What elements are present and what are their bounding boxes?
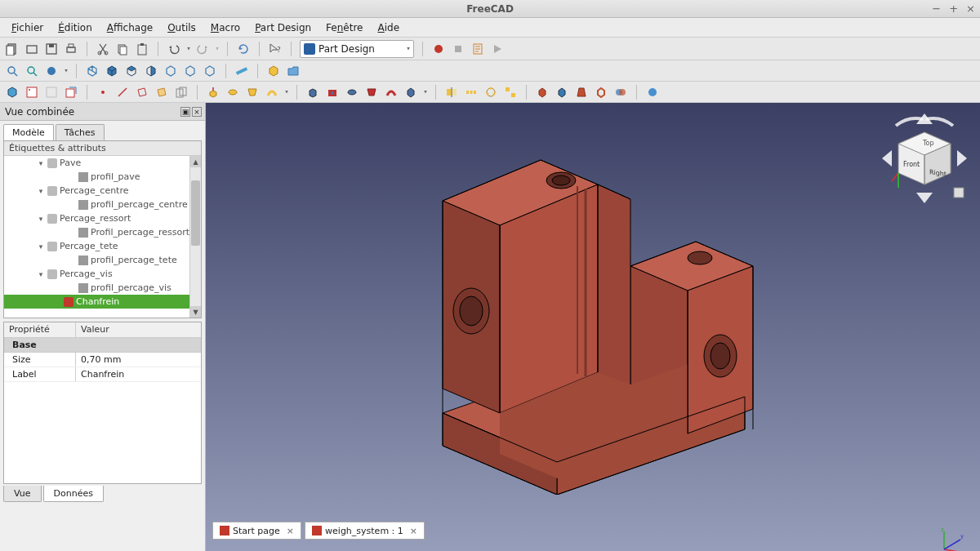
tree-item[interactable]: ▾Percage_centre bbox=[4, 184, 201, 198]
detach-panel-icon[interactable]: ▣ bbox=[180, 107, 190, 117]
tree-item[interactable]: profil_percage_vis bbox=[4, 281, 201, 295]
datum-line-icon[interactable] bbox=[115, 85, 130, 100]
linear-pattern-icon[interactable] bbox=[464, 85, 479, 100]
menu-help[interactable]: Aide bbox=[372, 20, 407, 35]
close-panel-icon[interactable]: × bbox=[192, 107, 202, 117]
mirror-icon[interactable] bbox=[444, 85, 459, 100]
pocket-icon[interactable] bbox=[305, 85, 320, 100]
dropdown-icon[interactable] bbox=[187, 47, 190, 51]
sub-prim-icon[interactable] bbox=[403, 85, 418, 100]
doctab-weigh-system[interactable]: weigh_system : 1 × bbox=[305, 522, 425, 540]
loft-icon[interactable] bbox=[245, 85, 260, 100]
sub-loft-icon[interactable] bbox=[364, 85, 379, 100]
nav-cube[interactable]: Top Front Right bbox=[875, 109, 973, 207]
minimize-button[interactable]: − bbox=[932, 2, 941, 15]
datum-plane-icon[interactable] bbox=[135, 85, 149, 100]
fit-selection-icon[interactable] bbox=[24, 64, 39, 78]
chamfer-icon[interactable] bbox=[555, 85, 569, 100]
iso-view-icon[interactable] bbox=[85, 64, 100, 78]
menu-macro[interactable]: Macro bbox=[204, 20, 247, 35]
stop-macro-icon[interactable] bbox=[451, 42, 466, 56]
macros-icon[interactable] bbox=[470, 42, 485, 56]
menu-window[interactable]: Fenêtre bbox=[319, 20, 369, 35]
fit-all-icon[interactable] bbox=[5, 64, 20, 78]
boolean-icon[interactable] bbox=[613, 85, 628, 100]
menu-edit[interactable]: Édition bbox=[51, 20, 99, 35]
part-icon[interactable] bbox=[266, 64, 281, 78]
top-view-icon[interactable] bbox=[124, 64, 139, 78]
prop-value[interactable]: Chanfrein bbox=[76, 367, 129, 381]
rear-view-icon[interactable] bbox=[163, 64, 178, 78]
open-icon[interactable] bbox=[24, 42, 39, 56]
shape-binder-icon[interactable] bbox=[154, 85, 169, 100]
front-view-icon[interactable] bbox=[105, 64, 119, 78]
clone-icon[interactable] bbox=[174, 85, 189, 100]
doctab-startpage[interactable]: Start page × bbox=[212, 522, 301, 540]
new-doc-icon[interactable] bbox=[5, 42, 20, 56]
body-icon[interactable] bbox=[5, 85, 20, 100]
right-view-icon[interactable] bbox=[144, 64, 158, 78]
copy-icon[interactable] bbox=[115, 42, 130, 56]
workbench-select[interactable]: Part Design bbox=[300, 40, 414, 58]
maximize-button[interactable]: + bbox=[949, 2, 958, 15]
prop-value[interactable]: 0,70 mm bbox=[76, 353, 126, 367]
property-row[interactable]: LabelChanfrein bbox=[4, 367, 201, 382]
polar-pattern-icon[interactable] bbox=[483, 85, 498, 100]
map-sketch-icon[interactable] bbox=[64, 85, 78, 100]
fillet-icon[interactable] bbox=[535, 85, 550, 100]
pipe-icon[interactable] bbox=[265, 85, 279, 100]
datum-point-icon[interactable] bbox=[96, 85, 110, 100]
whatsthis-icon[interactable]: ? bbox=[268, 42, 283, 56]
menu-file[interactable]: Fichier bbox=[5, 20, 50, 35]
close-tab-icon[interactable]: × bbox=[287, 526, 294, 536]
new-sketch-icon[interactable] bbox=[24, 85, 39, 100]
tab-tasks[interactable]: Tâches bbox=[56, 124, 105, 140]
thickness-icon[interactable] bbox=[594, 85, 608, 100]
refresh-icon[interactable] bbox=[236, 42, 251, 56]
tree-item[interactable]: profil_pave bbox=[4, 170, 201, 184]
revolution-icon[interactable] bbox=[225, 85, 240, 100]
edit-sketch-icon[interactable] bbox=[44, 85, 59, 100]
migrate-icon[interactable] bbox=[645, 85, 660, 100]
tab-data[interactable]: Données bbox=[43, 486, 104, 502]
undo-icon[interactable] bbox=[167, 42, 181, 56]
group-icon[interactable] bbox=[286, 64, 301, 78]
left-view-icon[interactable] bbox=[203, 64, 217, 78]
close-tab-icon[interactable]: × bbox=[410, 526, 417, 536]
tree-item[interactable]: Chanfrein bbox=[4, 295, 201, 309]
print-icon[interactable] bbox=[64, 42, 78, 56]
cut-icon[interactable] bbox=[96, 42, 110, 56]
tree-item[interactable]: Profil_percage_ressort bbox=[4, 225, 201, 239]
close-button[interactable]: × bbox=[966, 2, 975, 15]
tree-item[interactable]: ▾Percage_vis bbox=[4, 267, 201, 281]
draft-icon[interactable] bbox=[574, 85, 589, 100]
hole-icon[interactable] bbox=[325, 85, 340, 100]
tab-model[interactable]: Modèle bbox=[3, 124, 54, 140]
tab-view[interactable]: Vue bbox=[3, 486, 42, 502]
tree-item[interactable]: ▾Percage_ressort bbox=[4, 211, 201, 225]
bottom-view-icon[interactable] bbox=[183, 64, 198, 78]
run-macro-icon[interactable] bbox=[490, 42, 505, 56]
multi-transform-icon[interactable] bbox=[503, 85, 518, 100]
tree-scrollbar[interactable]: ▲ ▼ bbox=[189, 156, 201, 318]
sub-pipe-icon[interactable] bbox=[384, 85, 399, 100]
dropdown-icon[interactable] bbox=[424, 91, 427, 94]
tree-item[interactable]: profil_percage_centre bbox=[4, 198, 201, 211]
redo-icon[interactable] bbox=[195, 42, 210, 56]
dropdown-icon[interactable] bbox=[285, 91, 288, 94]
draw-style-icon[interactable] bbox=[44, 64, 59, 78]
menu-partdesign[interactable]: Part Design bbox=[248, 20, 318, 35]
groove-icon[interactable] bbox=[345, 85, 359, 100]
tree-item[interactable]: ▾Pave bbox=[4, 156, 201, 170]
measure-icon[interactable] bbox=[234, 64, 249, 78]
dropdown-icon[interactable] bbox=[65, 69, 68, 73]
paste-icon[interactable] bbox=[135, 42, 149, 56]
tree-item[interactable]: ▾Percage_tete bbox=[4, 239, 201, 253]
3d-viewport[interactable]: Top Front Right z x y bbox=[206, 103, 980, 551]
menu-tools[interactable]: Outils bbox=[161, 20, 203, 35]
3d-model[interactable] bbox=[377, 119, 835, 495]
menu-view[interactable]: Affichage bbox=[100, 20, 159, 35]
dropdown-icon[interactable] bbox=[216, 47, 219, 51]
save-icon[interactable] bbox=[44, 42, 59, 56]
tree-item[interactable]: profil_percage_tete bbox=[4, 253, 201, 267]
